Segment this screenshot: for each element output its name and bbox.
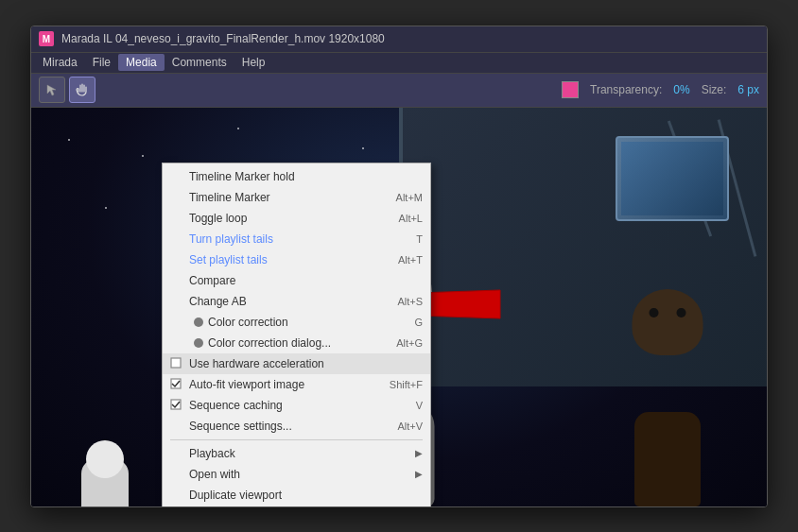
shortcut-timeline-marker: Alt+M <box>396 192 423 203</box>
dropdown-menu: Timeline Marker hold Timeline Marker Alt… <box>162 163 431 506</box>
menu-item-open-with[interactable]: Open with ▶ <box>163 464 430 485</box>
menu-item-color-correction[interactable]: Color correction G <box>163 312 430 333</box>
menu-help[interactable]: Help <box>234 54 273 71</box>
shortcut-color-correction-dialog: Alt+G <box>396 337 423 349</box>
shortcut-set-playlist-tails: Alt+T <box>398 254 423 266</box>
label-open-with: Open with <box>189 468 411 481</box>
check-col-sequence-caching <box>170 399 189 412</box>
content-area: Timeline Marker hold Timeline Marker Alt… <box>31 108 767 506</box>
size-label: Size: <box>702 83 727 96</box>
shortcut-sequence-caching: V <box>416 400 423 411</box>
menu-item-timeline-marker[interactable]: Timeline Marker Alt+M <box>163 187 430 208</box>
menubar: Mirada File Media Comments Help <box>31 53 767 74</box>
shortcut-turn-playlist-tails: T <box>416 233 423 245</box>
menu-separator <box>170 439 423 440</box>
label-turn-playlist-tails: Turn playlist tails <box>189 232 416 246</box>
hand-tool-button[interactable] <box>69 77 95 103</box>
shortcut-sequence-settings: Alt+V <box>397 420 423 432</box>
label-color-correction: Color correction <box>208 316 414 329</box>
label-sequence-caching: Sequence caching <box>189 399 416 412</box>
menu-item-playback[interactable]: Playback ▶ <box>163 443 430 464</box>
icon-col-color-correction-dialog <box>189 338 208 348</box>
monkey-character <box>625 374 710 506</box>
label-toggle-loop: Toggle loop <box>189 212 399 225</box>
menu-item-auto-fit-viewport[interactable]: Auto-fit viewport image Shift+F <box>163 374 430 395</box>
app-icon-letter: M <box>43 34 50 44</box>
color-swatch[interactable] <box>562 81 579 98</box>
menu-file[interactable]: File <box>85 54 118 71</box>
label-timeline-marker-hold: Timeline Marker hold <box>189 170 423 183</box>
menu-item-turn-playlist-tails[interactable]: Turn playlist tails T <box>163 229 430 249</box>
label-auto-fit-viewport: Auto-fit viewport image <box>189 378 390 391</box>
app-icon: M <box>39 31 54 46</box>
titlebar: M Marada IL 04_neveso_i_gravito_FinalRen… <box>31 26 767 53</box>
menu-comments[interactable]: Comments <box>165 54 234 71</box>
toolbar: Transparency: 0% Size: 6 px <box>31 74 767 108</box>
label-playback: Playback <box>189 447 411 460</box>
shortcut-color-correction: G <box>414 317 423 328</box>
toolbar-right: Transparency: 0% Size: 6 px <box>562 81 759 98</box>
shortcut-change-ab: Alt+S <box>397 296 423 307</box>
menu-item-compare[interactable]: Compare <box>163 270 430 291</box>
menu-item-timeline-marker-hold[interactable]: Timeline Marker hold <box>163 166 430 187</box>
menu-item-sequence-caching[interactable]: Sequence caching V <box>163 395 430 416</box>
label-color-correction-dialog: Color correction dialog... <box>208 336 396 350</box>
label-compare: Compare <box>189 274 423 287</box>
size-value: 6 px <box>737 83 759 96</box>
menu-media[interactable]: Media <box>118 54 165 71</box>
label-timeline-marker: Timeline Marker <box>189 191 396 204</box>
menu-item-hardware-acceleration[interactable]: Use hardware acceleration <box>163 353 430 374</box>
check-col-auto-fit-viewport <box>170 378 189 391</box>
label-duplicate-viewport: Duplicate viewport <box>189 489 423 502</box>
label-hardware-acceleration: Use hardware acceleration <box>189 357 423 370</box>
icon-col-color-correction <box>189 317 208 327</box>
shortcut-auto-fit-viewport: Shift+F <box>390 379 423 390</box>
shortcut-toggle-loop: Alt+L <box>399 213 423 224</box>
check-col-hardware-acceleration <box>170 357 189 370</box>
pointer-tool-button[interactable] <box>39 77 65 103</box>
menu-item-duplicate-viewport[interactable]: Duplicate viewport <box>163 485 430 506</box>
label-sequence-settings: Sequence settings... <box>189 420 397 433</box>
white-character <box>78 421 130 506</box>
transparency-value: 0% <box>673 83 689 96</box>
window-pane <box>616 136 729 221</box>
menu-item-toggle-loop[interactable]: Toggle loop Alt+L <box>163 208 430 229</box>
submenu-arrow-open-with: ▶ <box>415 469 423 479</box>
label-change-ab: Change AB <box>189 295 397 308</box>
window-title: Marada IL 04_neveso_i_gravito_FinalRende… <box>61 32 385 45</box>
menu-item-sequence-settings[interactable]: Sequence settings... Alt+V <box>163 416 430 437</box>
transparency-label: Transparency: <box>590 83 662 96</box>
menu-mirada[interactable]: Mirada <box>35 54 85 71</box>
menu-item-set-playlist-tails[interactable]: Set playlist tails Alt+T <box>163 249 430 270</box>
label-set-playlist-tails: Set playlist tails <box>189 253 398 266</box>
svg-rect-1 <box>171 358 181 368</box>
menu-item-change-ab[interactable]: Change AB Alt+S <box>163 291 430 312</box>
menu-item-color-correction-dialog[interactable]: Color correction dialog... Alt+G <box>163 333 430 353</box>
main-window: M Marada IL 04_neveso_i_gravito_FinalRen… <box>30 26 768 507</box>
submenu-arrow-playback: ▶ <box>415 448 423 458</box>
